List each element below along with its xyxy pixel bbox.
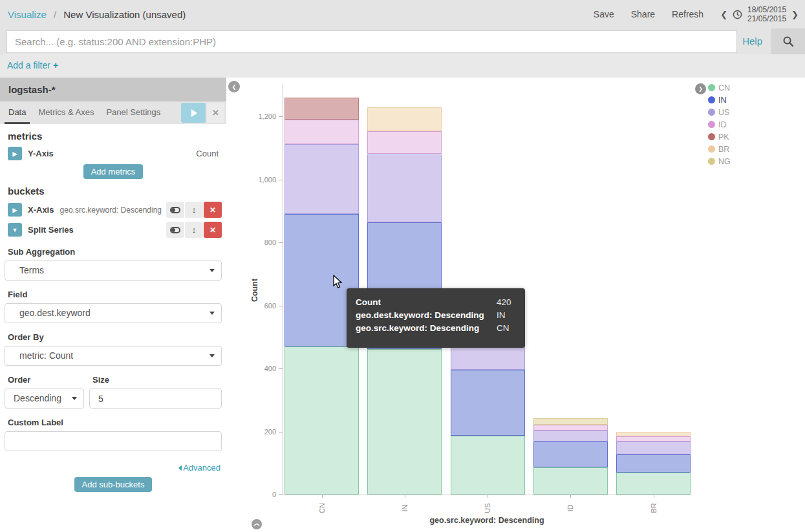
x-axis-tick-label-ID: ID [566, 502, 574, 515]
bar-segment-BR-BR[interactable] [616, 432, 691, 436]
search-button[interactable] [771, 28, 805, 54]
legend-color-dot [708, 84, 715, 91]
date-to: 21/05/2015 [747, 14, 786, 23]
collapse-sidebar-button[interactable]: ❮ [228, 81, 240, 92]
order-by-select[interactable]: metric: Count [5, 346, 222, 366]
nav-actions: Save Share Refresh ❮ 18/05/2015 21/05/20… [594, 0, 799, 28]
save-button[interactable]: Save [594, 9, 614, 19]
legend-item-PK[interactable]: PK [708, 131, 731, 143]
bar-segment-CN-ID[interactable] [284, 120, 359, 144]
search-input[interactable] [6, 30, 737, 53]
close-icon: ✕ [209, 226, 216, 235]
tab-data[interactable]: Data [5, 101, 30, 124]
bar-segment-ID-ID[interactable] [533, 425, 608, 431]
bar-segment-IN-US[interactable] [367, 154, 442, 222]
x-axis-expand-button[interactable]: ▶ [8, 203, 22, 217]
bar-segment-ID-IN[interactable] [533, 442, 608, 467]
y-axis-expand-button[interactable]: ▶ [8, 147, 22, 160]
sub-aggregation-value: Terms [19, 265, 44, 275]
tab-panel-settings[interactable]: Panel Settings [102, 101, 164, 124]
bar-segment-CN-PK[interactable] [284, 98, 359, 120]
x-axis-reorder-button[interactable]: ↕ [185, 202, 203, 218]
y-axis-tick-label: 800 [231, 239, 276, 246]
bar-segment-BR-IN[interactable] [616, 454, 691, 473]
bar-segment-ID-NG[interactable] [533, 418, 608, 425]
bar-segment-BR-CN[interactable] [616, 473, 691, 495]
bar-segment-US-CN[interactable] [451, 436, 525, 495]
chevron-right-icon: ❯ [698, 86, 703, 92]
bar-segment-US-IN[interactable] [451, 370, 525, 436]
refresh-button[interactable]: Refresh [672, 9, 703, 19]
page-title: New Visualization (unsaved) [63, 9, 186, 20]
index-pattern-header: logstash-* [0, 78, 226, 101]
size-input[interactable] [89, 388, 222, 409]
bar-segment-IN-BR[interactable] [367, 107, 442, 131]
chevron-up-icon: ❮ [253, 522, 259, 527]
bar-segment-ID-CN[interactable] [533, 467, 608, 495]
order-select[interactable]: Descending [5, 388, 84, 409]
order-by-value: metric: Count [19, 350, 73, 361]
discard-changes-button[interactable]: ✕ [207, 103, 224, 123]
legend-item-CN[interactable]: CN [708, 81, 731, 94]
time-back-icon[interactable]: ❮ [720, 10, 727, 19]
split-series-remove-button[interactable]: ✕ [204, 222, 222, 238]
collapse-bottom-button[interactable]: ❮ [252, 519, 262, 529]
chart-legend: CNINUSIDPKBRNG [708, 81, 731, 167]
collapse-legend-button[interactable]: ❯ [695, 83, 706, 94]
add-filter-label: Add a filter [7, 60, 50, 70]
time-forward-icon[interactable]: ❯ [791, 10, 799, 19]
apply-changes-button[interactable] [181, 103, 206, 123]
bar-segment-ID-US[interactable] [533, 431, 608, 442]
caret-down-icon [209, 354, 215, 357]
close-icon: ✕ [209, 206, 216, 215]
date-range[interactable]: 18/05/2015 21/05/2015 [747, 5, 786, 23]
legend-item-US[interactable]: US [708, 106, 731, 118]
bar-segment-BR-US[interactable] [616, 442, 691, 454]
advanced-toggle-link[interactable]: Advanced [178, 463, 220, 473]
legend-item-BR[interactable]: BR [708, 143, 731, 155]
legend-label: CN [718, 83, 730, 92]
split-series-disable-toggle-button[interactable] [166, 222, 184, 238]
field-label: Field [8, 290, 222, 299]
legend-item-NG[interactable]: NG [708, 155, 731, 167]
field-select[interactable]: geo.dest.keyword [5, 303, 222, 323]
bar-segment-IN-ID[interactable] [367, 131, 442, 154]
search-icon [782, 36, 794, 47]
timepicker: ❮ 18/05/2015 21/05/2015 ❯ [720, 5, 799, 23]
x-axis-tick-label-US: US [484, 502, 491, 515]
clock-icon[interactable] [733, 10, 742, 19]
add-filter-link[interactable]: Add a filter+ [7, 60, 58, 70]
sub-aggregation-select[interactable]: Terms [5, 261, 222, 281]
tooltip-dest-value: IN [488, 308, 516, 321]
metrics-heading: metrics [8, 131, 222, 142]
play-icon [191, 109, 197, 117]
share-button[interactable]: Share [631, 9, 655, 19]
x-axis-disable-toggle-button[interactable] [166, 202, 184, 218]
tooltip-count-label: Count [356, 295, 488, 308]
tab-metrics-axes[interactable]: Metrics & Axes [34, 101, 98, 124]
custom-label-input[interactable] [5, 431, 222, 451]
legend-item-IN[interactable]: IN [708, 94, 731, 106]
y-axis-tick-label: 200 [231, 428, 276, 436]
y-axis-tick-label: 600 [231, 302, 276, 310]
bar-segment-CN-CN[interactable] [284, 346, 359, 495]
bar-segment-IN-CN[interactable] [367, 349, 442, 495]
tooltip-src-label: geo.src.keyword: Descending [356, 321, 488, 334]
split-series-reorder-button[interactable]: ↕ [185, 222, 203, 238]
legend-item-ID[interactable]: ID [708, 118, 731, 131]
split-series-collapse-button[interactable]: ▼ [8, 223, 22, 237]
sidebar-tabbar: Data Metrics & Axes Panel Settings ✕ [0, 101, 226, 124]
add-sub-buckets-button[interactable]: Add sub-buckets [74, 477, 153, 492]
caret-down-icon [209, 312, 215, 315]
legend-color-dot [708, 109, 715, 116]
x-axis-line [283, 495, 691, 495]
bar-segment-CN-US[interactable] [284, 144, 359, 214]
legend-label: BR [718, 145, 729, 154]
x-axis-remove-button[interactable]: ✕ [204, 202, 222, 218]
kibana-visualize-page: Visualize / New Visualization (unsaved) … [0, 0, 805, 532]
bar-segment-BR-ID[interactable] [616, 436, 691, 442]
help-link[interactable]: Help [742, 36, 762, 47]
add-metrics-button[interactable]: Add metrics [83, 164, 144, 179]
y-axis-tick-label: 400 [231, 365, 276, 372]
breadcrumb-visualize-link[interactable]: Visualize [8, 9, 47, 20]
